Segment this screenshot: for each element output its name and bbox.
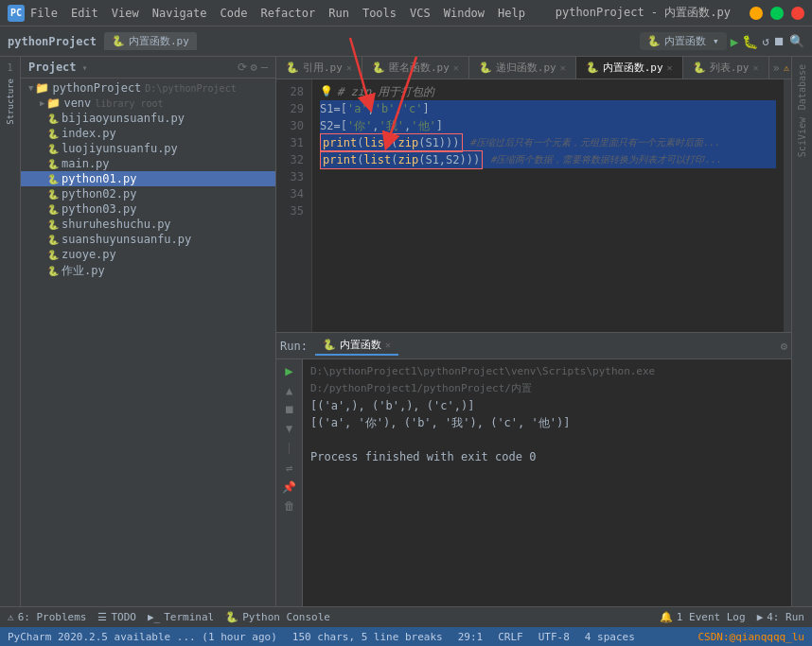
maximize-button[interactable]: [770, 7, 784, 20]
line-num-33: 33: [280, 168, 308, 185]
run-pin-button[interactable]: 📌: [282, 480, 296, 494]
tree-item-label-venv: venv: [63, 96, 91, 110]
problems-status[interactable]: ⚠ 6: Problems: [8, 611, 86, 623]
code-content[interactable]: 💡 # zip 用于打包的 S1=['a','b','c'] S2=['你','…: [312, 79, 784, 332]
run-down-button[interactable]: ▼: [286, 422, 292, 435]
editor-scrollbar[interactable]: [784, 79, 791, 332]
run-status[interactable]: ▶ 4: Run: [757, 611, 804, 623]
py-icon-suanshu: 🐍: [47, 235, 59, 245]
todo-label: TODO: [111, 611, 136, 623]
tree-root[interactable]: ▼ 📁 pythonProject D:\pythonProject: [21, 80, 275, 96]
menu-code[interactable]: Code: [221, 7, 248, 20]
info-bar: PyCharm 2020.2.5 available ... (1 hour a…: [0, 627, 812, 646]
tree-item-zuoyecn[interactable]: 🐍 作业.py: [21, 262, 275, 280]
tree-item-label-luoji: luojiyunsuanfu.py: [62, 142, 178, 155]
run-up-button[interactable]: ▲: [286, 384, 292, 397]
tree-item-bijiao[interactable]: 🐍 bijiaoyunsuanfu.py: [21, 111, 275, 126]
menu-view[interactable]: View: [112, 7, 139, 20]
line-numbers: 28 29 30 31 32 33 34 35: [276, 79, 312, 332]
menu-file[interactable]: File: [30, 7, 58, 20]
tree-item-python01[interactable]: 🐍 python01.py: [21, 171, 275, 186]
project-tree: ▼ 📁 pythonProject D:\pythonProject ▶ 📁 v…: [21, 79, 275, 606]
tree-item-label-zuoyecn: 作业.py: [62, 263, 105, 279]
tabs-scroll-right[interactable]: »: [769, 61, 784, 75]
gear-icon[interactable]: ⚙: [251, 61, 257, 74]
terminal-icon: ▶_: [148, 611, 160, 623]
run-config-selector[interactable]: 🐍 内置函数 ▾: [640, 32, 726, 50]
tab-close-yinyong[interactable]: ✕: [346, 62, 352, 73]
tree-item-python02[interactable]: 🐍 python02.py: [21, 186, 275, 201]
run-clear-button[interactable]: 🗑: [284, 499, 295, 513]
run-config-label: 内置函数 ▾: [664, 34, 718, 48]
run-button[interactable]: ▶: [731, 34, 738, 49]
menu-navigate[interactable]: Navigate: [152, 7, 207, 20]
tab-icon-neizhi: 🐍: [586, 61, 599, 74]
tab-liebiao[interactable]: 🐍 列表.py ✕: [683, 57, 769, 79]
python-console-status[interactable]: 🐍 Python Console: [225, 611, 330, 623]
tree-item-shuru[interactable]: 🐍 shuruheshuchu.py: [21, 217, 275, 232]
run-stop-button[interactable]: ⏹: [284, 403, 295, 416]
tab-close-neizhi[interactable]: ✕: [667, 62, 673, 73]
run-tab-close[interactable]: ✕: [385, 340, 391, 350]
panel-dropdown-icon[interactable]: ▾: [82, 62, 88, 73]
tree-item-zuoye[interactable]: 🐍 zuoye.py: [21, 247, 275, 262]
tab-label-liebiao: 列表.py: [710, 61, 750, 75]
run-settings-button[interactable]: ⚙: [781, 340, 787, 353]
sciview-panel-toggle[interactable]: SciView: [795, 113, 809, 161]
run-wrap-button[interactable]: ⇌: [286, 462, 292, 475]
tree-item-label-main: main.py: [62, 157, 110, 170]
tree-item-venv[interactable]: ▶ 📁 venv library root: [21, 96, 275, 111]
output-line-3: [310, 431, 784, 448]
tree-item-index[interactable]: 🐍 index.py: [21, 126, 275, 141]
tab-close-liebiao[interactable]: ✕: [753, 62, 759, 73]
sync-icon[interactable]: ⟳: [238, 61, 247, 74]
hint-bulb-28: 💡: [320, 83, 333, 100]
tree-item-main[interactable]: 🐍 main.py: [21, 156, 275, 171]
watermark-label: CSDN:@qianqqqq_lu: [697, 631, 804, 643]
code-line-29: S1=['a','b','c']: [320, 100, 776, 117]
line-ending-label: CRLF: [498, 631, 523, 643]
event-log-status[interactable]: 🔔 1 Event Log: [660, 611, 746, 623]
warning-icon: ⚠: [784, 62, 789, 73]
tab-close-niming[interactable]: ✕: [453, 62, 459, 73]
project-file-tab[interactable]: 🐍 内置函数.py: [104, 32, 197, 50]
tree-item-label-python03: python03.py: [62, 202, 136, 216]
tab-digui[interactable]: 🐍 递归函数.py ✕: [469, 57, 576, 79]
left-strip-icon-1[interactable]: 1: [5, 61, 14, 75]
availability-label[interactable]: PyCharm 2020.2.5 available ... (1 hour a…: [8, 631, 277, 643]
menu-edit[interactable]: Edit: [71, 7, 98, 20]
refresh-button[interactable]: ↺: [762, 34, 769, 48]
tab-yinyong[interactable]: 🐍 引用.py ✕: [276, 57, 362, 79]
database-panel-toggle[interactable]: Database: [795, 61, 809, 113]
menu-vcs[interactable]: VCS: [410, 7, 431, 20]
menu-refactor[interactable]: Refactor: [260, 7, 315, 20]
py-icon-python01: 🐍: [47, 174, 59, 184]
tab-niming[interactable]: 🐍 匿名函数.py ✕: [362, 57, 469, 79]
minimize-button[interactable]: [750, 7, 763, 20]
code-line-30: S2=['你','我','他']: [320, 117, 776, 134]
app-logo: PC: [8, 5, 25, 22]
run-tab-neizhi[interactable]: 🐍 内置函数 ✕: [315, 336, 398, 356]
tab-close-digui[interactable]: ✕: [560, 62, 566, 73]
run-tab-label: 内置函数: [340, 338, 381, 352]
menu-tools[interactable]: Tools: [362, 7, 397, 20]
tree-root-label: pythonProject: [52, 81, 141, 95]
todo-status[interactable]: ☰ TODO: [97, 611, 136, 623]
debug-button[interactable]: 🐛: [742, 34, 758, 49]
menu-window[interactable]: Window: [444, 7, 485, 20]
search-everywhere-button[interactable]: 🔍: [789, 34, 804, 48]
minimize-panel-icon[interactable]: —: [261, 61, 268, 74]
tree-item-luoji[interactable]: 🐍 luojiyunsuanfu.py: [21, 141, 275, 156]
structure-icon[interactable]: Structure: [4, 77, 17, 127]
tree-item-python03[interactable]: 🐍 python03.py: [21, 201, 275, 217]
menu-help[interactable]: Help: [498, 7, 525, 20]
file-icon: 🐍: [112, 35, 125, 47]
stop-button[interactable]: ⏹: [773, 34, 786, 48]
run-play-button[interactable]: ▶: [285, 363, 292, 378]
tab-neizhi[interactable]: 🐍 内置函数.py ✕: [576, 57, 683, 79]
tree-item-suanshu[interactable]: 🐍 suanshuyunsuanfu.py: [21, 232, 275, 247]
terminal-status[interactable]: ▶_ Terminal: [148, 611, 214, 623]
menu-run[interactable]: Run: [328, 7, 349, 20]
code-text-32: print(list(zip(S1,S2))): [320, 150, 483, 169]
close-button[interactable]: [791, 7, 804, 20]
